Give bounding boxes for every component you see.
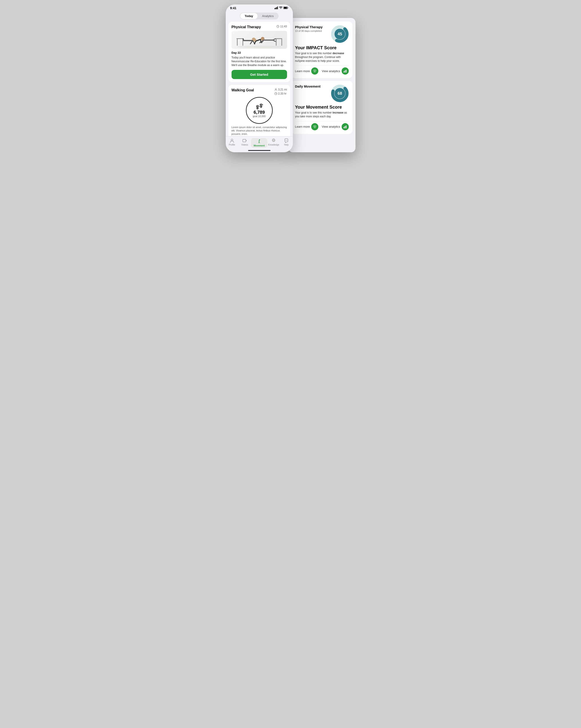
- walking-goal-card: Walking Goal 3.21 mi: [228, 85, 290, 138]
- pt-learn-more[interactable]: Learn more: [295, 68, 319, 75]
- pt-view-analytics[interactable]: View analytics: [322, 68, 349, 75]
- pt-score-description2: throughout the program. Continue with nu…: [295, 55, 341, 62]
- svg-point-32: [275, 88, 277, 89]
- movement-view-analytics[interactable]: View analytics: [322, 123, 349, 130]
- svg-line-9: [278, 26, 279, 27]
- distance-icon: [275, 88, 277, 91]
- walking-description: Lorem ipsum dolor sit amet, consectetur …: [231, 126, 287, 136]
- svg-point-45: [262, 104, 263, 105]
- status-time: 9:41: [230, 6, 237, 10]
- movement-icon: [257, 139, 261, 144]
- movement-card-actions: Learn more View analytics: [295, 121, 349, 130]
- phone-scrollable-content: Physical Therapy 11:43: [226, 22, 293, 138]
- movement-score-title: Your Movement Score: [295, 105, 349, 109]
- svg-rect-74: [345, 126, 345, 128]
- chart-icon: [343, 69, 347, 73]
- steps-circle: 6,789 goal 10,000: [246, 97, 273, 124]
- svg-line-51: [259, 140, 259, 141]
- battery-icon: [283, 6, 288, 10]
- pt-learn-more-label: Learn more: [295, 70, 310, 73]
- movement-view-analytics-label: View analytics: [322, 125, 340, 128]
- movement-learn-more[interactable]: Learn more: [295, 123, 319, 130]
- svg-rect-12: [237, 39, 238, 46]
- svg-line-28: [256, 40, 260, 41]
- svg-line-19: [243, 39, 244, 41]
- help-icon: [284, 138, 289, 143]
- pt-learn-more-icon: [311, 68, 319, 75]
- tablet-content: Physical Therapy 13 of 30 days completed…: [288, 18, 356, 152]
- day-description: Today you'll learn about and practice Ne…: [231, 56, 287, 67]
- status-bar: 9:41: [226, 4, 293, 11]
- videos-icon: [242, 138, 247, 143]
- svg-line-35: [276, 94, 277, 94]
- movement-analytics-icon: [342, 123, 349, 130]
- svg-point-54: [272, 139, 275, 141]
- today-tab[interactable]: Today: [240, 13, 257, 19]
- pt-days-completed: 13 of 30 days completed: [295, 30, 323, 32]
- pt-analytics-icon: [342, 68, 349, 75]
- svg-rect-15: [276, 39, 277, 46]
- pt-analytics-title: Physical Therapy: [295, 25, 323, 29]
- movement-nav-label: Movement: [254, 145, 265, 147]
- physical-therapy-card: Physical Therapy 11:43: [228, 22, 290, 82]
- movement-learn-more-icon: [311, 123, 319, 130]
- svg-point-59: [287, 140, 287, 140]
- nav-item-help[interactable]: Help: [280, 138, 293, 148]
- brain-icon-2: [313, 125, 317, 129]
- svg-line-53: [259, 142, 260, 143]
- footsteps-icon: [255, 103, 264, 110]
- svg-point-57: [285, 140, 286, 140]
- svg-rect-16: [281, 39, 282, 46]
- steps-count: 6,789: [253, 110, 265, 115]
- steps-goal: goal 10,000: [253, 115, 266, 118]
- clock-icon: [277, 25, 279, 28]
- svg-text:45: 45: [337, 32, 342, 36]
- movement-score-donut: 68: [331, 84, 349, 102]
- pt-card-title: Physical Therapy: [231, 25, 261, 29]
- svg-text:68: 68: [337, 91, 342, 96]
- knowledge-icon: [271, 138, 276, 143]
- pt-time-badge: 11:43: [277, 25, 287, 28]
- svg-rect-11: [237, 38, 243, 39]
- movement-score-description: Your goal is to see this number increase…: [295, 111, 349, 119]
- svg-point-41: [260, 105, 262, 108]
- day-label: Day 22: [231, 51, 287, 54]
- distance-value: 3.21 mi: [278, 88, 287, 91]
- help-nav-label: Help: [284, 144, 289, 146]
- pt-score-emphasis: decrease: [332, 52, 344, 55]
- nav-item-profile[interactable]: Profile: [226, 138, 239, 148]
- svg-line-27: [273, 40, 275, 42]
- get-started-button[interactable]: Get Started: [231, 70, 287, 79]
- svg-rect-2: [276, 7, 277, 9]
- nav-item-movement[interactable]: Movement: [251, 138, 267, 148]
- chart-icon-2: [343, 125, 347, 129]
- svg-rect-67: [346, 70, 347, 73]
- svg-point-40: [259, 106, 259, 107]
- profile-icon: [229, 138, 234, 143]
- svg-rect-6: [284, 7, 287, 9]
- exercise-image: [231, 31, 287, 49]
- svg-rect-5: [287, 7, 288, 8]
- duration-icon: [275, 92, 277, 95]
- svg-marker-48: [246, 140, 247, 141]
- status-icons: [275, 6, 288, 10]
- duration-value: 2.33 hr: [278, 92, 286, 95]
- svg-rect-73: [343, 127, 344, 128]
- pt-view-analytics-label: View analytics: [322, 70, 340, 73]
- analytics-tab[interactable]: Analytics: [257, 13, 278, 19]
- movement-learn-more-label: Learn more: [295, 125, 310, 128]
- pt-score-donut: 45: [331, 25, 349, 43]
- nav-item-videos[interactable]: Videos: [238, 138, 251, 148]
- svg-point-58: [286, 140, 286, 140]
- walking-title: Walking Goal: [231, 88, 254, 92]
- svg-rect-75: [346, 126, 347, 128]
- home-indicator: [248, 150, 271, 151]
- brain-icon: [313, 69, 317, 73]
- exercise-illustration: [235, 32, 284, 48]
- svg-point-38: [257, 105, 258, 106]
- movement-donut-chart: 68: [331, 84, 349, 102]
- knowledge-nav-label: Knowledge: [268, 144, 279, 146]
- pt-card-actions: Learn more View analytics: [295, 66, 349, 75]
- nav-item-knowledge[interactable]: Knowledge: [267, 138, 280, 148]
- svg-rect-66: [345, 71, 345, 73]
